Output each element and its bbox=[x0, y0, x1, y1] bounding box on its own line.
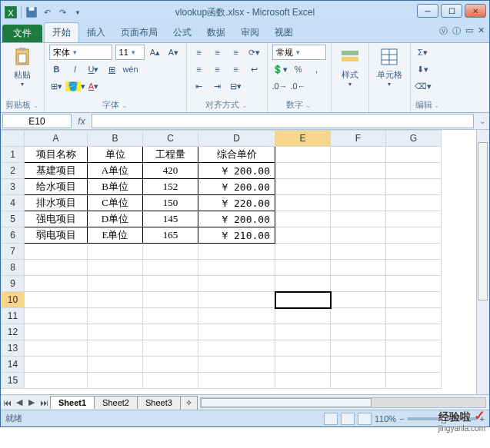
number-format-combo[interactable]: 常规▾ bbox=[272, 45, 326, 60]
cell[interactable] bbox=[275, 340, 331, 357]
cell[interactable] bbox=[386, 357, 442, 373]
cell[interactable] bbox=[275, 260, 331, 276]
styles-button[interactable]: 样式 ▾ bbox=[336, 45, 364, 89]
cell[interactable] bbox=[25, 244, 88, 260]
col-header[interactable]: D bbox=[198, 131, 275, 147]
cell[interactable] bbox=[331, 147, 386, 163]
fill-color-button[interactable]: 🪣▾ bbox=[68, 78, 83, 94]
row-header[interactable]: 5 bbox=[2, 211, 25, 227]
fill-icon[interactable]: ⬇▾ bbox=[415, 61, 431, 77]
cell[interactable] bbox=[25, 357, 88, 373]
active-cell[interactable] bbox=[275, 292, 331, 308]
cell[interactable] bbox=[386, 211, 442, 227]
sheet-tab[interactable]: Sheet3 bbox=[137, 396, 181, 409]
cell[interactable]: 165 bbox=[143, 227, 198, 244]
border-bottom-icon[interactable]: ⊞ bbox=[105, 61, 120, 77]
cell[interactable] bbox=[386, 373, 442, 389]
cell[interactable] bbox=[143, 292, 198, 308]
cell[interactable] bbox=[198, 357, 275, 373]
cell[interactable] bbox=[25, 324, 88, 340]
row-header[interactable]: 3 bbox=[2, 179, 25, 195]
font-name-combo[interactable]: 宋体▾ bbox=[49, 45, 112, 60]
normal-view-icon[interactable] bbox=[324, 413, 338, 425]
sheet-tab[interactable]: Sheet2 bbox=[94, 396, 138, 409]
underline-button[interactable]: U▾ bbox=[86, 61, 102, 77]
cell[interactable] bbox=[331, 244, 386, 260]
cell[interactable] bbox=[386, 163, 442, 179]
tab-view[interactable]: 视图 bbox=[267, 23, 301, 42]
row-header[interactable]: 6 bbox=[2, 227, 25, 244]
cell[interactable] bbox=[331, 195, 386, 211]
cell[interactable] bbox=[143, 308, 198, 324]
grid[interactable]: A B C D E F G 1 项目名称 单位 工程量 综合单价 2 基建项目 … bbox=[1, 130, 442, 389]
cell[interactable]: B单位 bbox=[88, 179, 143, 195]
cell[interactable] bbox=[143, 324, 198, 340]
row-header[interactable]: 7 bbox=[2, 244, 25, 260]
cell[interactable] bbox=[198, 244, 275, 260]
wrap-text-icon[interactable]: ↩ bbox=[247, 61, 262, 77]
cell[interactable] bbox=[275, 324, 331, 340]
col-header[interactable]: B bbox=[88, 131, 143, 147]
vertical-scrollbar[interactable] bbox=[476, 130, 489, 394]
cell[interactable] bbox=[275, 276, 331, 292]
cell[interactable]: ¥ 210.00 bbox=[198, 227, 275, 244]
cell[interactable] bbox=[143, 260, 198, 276]
formula-input[interactable] bbox=[92, 114, 474, 128]
cell[interactable] bbox=[386, 227, 442, 244]
cell[interactable] bbox=[386, 340, 442, 357]
cell[interactable] bbox=[275, 244, 331, 260]
cell[interactable] bbox=[198, 292, 275, 308]
cell[interactable] bbox=[275, 163, 331, 179]
cell[interactable] bbox=[275, 373, 331, 389]
row-header[interactable]: 14 bbox=[2, 357, 25, 373]
cell[interactable]: D单位 bbox=[88, 211, 143, 227]
undo-icon[interactable]: ↶ bbox=[40, 5, 54, 19]
maximize-button[interactable]: ☐ bbox=[441, 4, 462, 18]
cell[interactable]: 基建项目 bbox=[25, 163, 88, 179]
cell[interactable] bbox=[198, 340, 275, 357]
increase-decimal-icon[interactable]: .0→ bbox=[272, 78, 288, 94]
merge-center-icon[interactable]: ⊟▾ bbox=[228, 78, 244, 94]
cell[interactable] bbox=[88, 308, 143, 324]
cell[interactable]: E单位 bbox=[88, 227, 143, 244]
cell[interactable] bbox=[143, 244, 198, 260]
cell[interactable]: ¥ 200.00 bbox=[198, 163, 275, 179]
col-header[interactable]: E bbox=[275, 131, 331, 147]
align-middle-icon[interactable]: ≡ bbox=[210, 45, 225, 60]
cell[interactable] bbox=[275, 211, 331, 227]
cell[interactable]: 强电项目 bbox=[25, 211, 88, 227]
save-icon[interactable] bbox=[25, 5, 38, 19]
cell[interactable] bbox=[25, 276, 88, 292]
cell[interactable] bbox=[331, 292, 386, 308]
row-header[interactable]: 11 bbox=[2, 308, 25, 324]
cell[interactable] bbox=[88, 324, 143, 340]
cell[interactable] bbox=[25, 340, 88, 357]
cell[interactable]: 综合单价 bbox=[198, 147, 275, 163]
percent-icon[interactable]: % bbox=[291, 61, 306, 77]
tab-first-icon[interactable]: ⏮ bbox=[1, 398, 13, 407]
row-header[interactable]: 9 bbox=[2, 276, 25, 292]
cell[interactable] bbox=[331, 340, 386, 357]
cell[interactable] bbox=[275, 195, 331, 211]
qat-customize-icon[interactable]: ▼ bbox=[71, 5, 85, 19]
cell[interactable]: C单位 bbox=[88, 195, 143, 211]
increase-font-icon[interactable]: A▴ bbox=[148, 45, 163, 60]
cell[interactable] bbox=[143, 357, 198, 373]
cell[interactable] bbox=[198, 324, 275, 340]
window-close-icon[interactable]: ✕ bbox=[478, 25, 485, 37]
cell[interactable] bbox=[88, 244, 143, 260]
cell[interactable] bbox=[25, 308, 88, 324]
name-box[interactable]: E10 bbox=[2, 114, 72, 128]
increase-indent-icon[interactable]: ⇥ bbox=[210, 78, 225, 94]
cell[interactable] bbox=[331, 373, 386, 389]
cell[interactable]: 150 bbox=[143, 195, 198, 211]
cell[interactable]: ¥ 200.00 bbox=[198, 179, 275, 195]
align-left-icon[interactable]: ≡ bbox=[192, 61, 207, 77]
cell[interactable] bbox=[331, 211, 386, 227]
cell[interactable] bbox=[386, 276, 442, 292]
row-header[interactable]: 1 bbox=[2, 147, 25, 163]
worksheet[interactable]: A B C D E F G 1 项目名称 单位 工程量 综合单价 2 基建项目 … bbox=[1, 130, 489, 394]
cell[interactable]: A单位 bbox=[88, 163, 143, 179]
cell[interactable] bbox=[386, 195, 442, 211]
orientation-icon[interactable]: ⟳▾ bbox=[247, 45, 262, 60]
